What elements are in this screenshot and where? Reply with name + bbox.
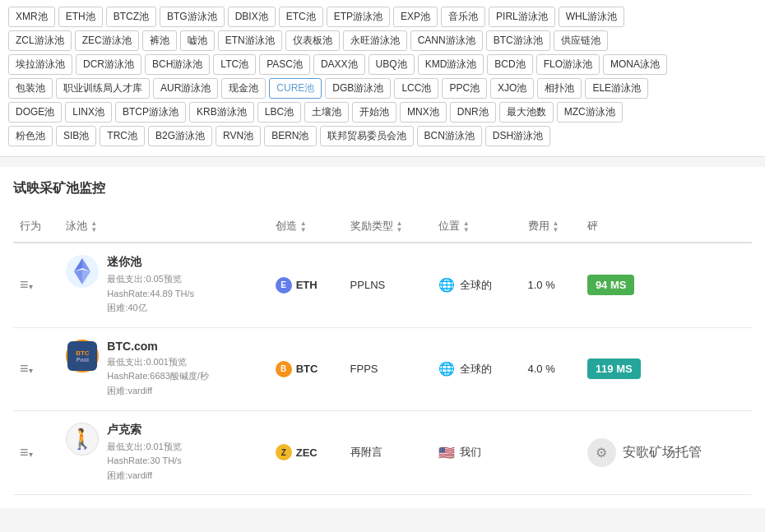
tag-1-4[interactable]: ETN游泳池 (218, 30, 282, 51)
tag-1-7[interactable]: CANN游泳池 (410, 30, 483, 51)
tag-0-8[interactable]: 音乐池 (441, 7, 485, 27)
tag-0-4[interactable]: DBIX池 (228, 7, 276, 27)
tag-2-7[interactable]: KMD游泳池 (418, 54, 484, 75)
svg-marker-3 (74, 270, 82, 285)
table-header: 行为泳池▲▼创造▲▼奖励类型▲▼位置▲▼费用▲▼砰 (13, 210, 752, 243)
tag-1-3[interactable]: 嘘池 (180, 30, 215, 51)
action-cell-0[interactable]: ≡▾ (13, 243, 59, 327)
sort-icon-5[interactable]: ▲▼ (553, 220, 559, 234)
sort-icon-2[interactable]: ▲▼ (300, 220, 307, 234)
tag-3-2[interactable]: AUR游泳池 (153, 78, 218, 99)
tag-0-9[interactable]: PIRL游泳池 (489, 7, 555, 27)
action-cell-1[interactable]: ≡▾ (13, 327, 59, 410)
tag-2-3[interactable]: LTC池 (213, 54, 256, 75)
tag-1-0[interactable]: ZCL游泳池 (8, 30, 72, 51)
sort-icon-3[interactable]: ▲▼ (396, 220, 403, 234)
tag-1-1[interactable]: ZEC游泳池 (75, 30, 139, 51)
tag-4-6[interactable]: 开始池 (352, 102, 396, 123)
tag-4-4[interactable]: LBC池 (257, 102, 301, 123)
tag-1-5[interactable]: 仪表板池 (285, 30, 340, 51)
tag-5-8[interactable]: DSH游泳池 (485, 126, 550, 146)
tag-4-7[interactable]: MNX池 (400, 102, 447, 123)
tag-2-0[interactable]: 埃拉游泳池 (8, 54, 72, 75)
tag-1-6[interactable]: 永旺游泳池 (343, 30, 407, 51)
tag-0-0[interactable]: XMR池 (8, 7, 55, 27)
tag-2-6[interactable]: UBQ池 (369, 54, 415, 75)
pool-cell-2: 🚶卢克索最低支出:0.01预览HashRate:30 TH/s困难:vardif… (59, 410, 268, 495)
tag-2-2[interactable]: BCH游泳池 (145, 54, 210, 75)
tag-0-3[interactable]: BTG游泳池 (160, 7, 225, 27)
tag-4-3[interactable]: KRB游泳池 (189, 102, 254, 123)
th-5[interactable]: 费用▲▼ (522, 210, 581, 243)
tag-3-8[interactable]: XJO池 (490, 78, 534, 99)
fee-cell-1: 4.0 % (522, 327, 581, 410)
svg-marker-2 (82, 270, 90, 285)
tag-3-7[interactable]: PPC池 (442, 78, 487, 99)
tag-5-4[interactable]: RVN池 (216, 126, 261, 146)
tag-3-9[interactable]: 相扑池 (537, 78, 582, 99)
tag-5-3[interactable]: B2G游泳池 (148, 126, 212, 146)
tag-4-10[interactable]: MZC游泳池 (557, 102, 623, 123)
tag-3-3[interactable]: 现金池 (221, 78, 266, 99)
tag-3-5[interactable]: DGB游泳池 (325, 78, 391, 99)
coin-badge-1: BBTC (276, 361, 337, 377)
tag-5-6[interactable]: 联邦贸易委员会池 (320, 126, 414, 146)
tag-3-1[interactable]: 职业训练局人才库 (56, 78, 150, 99)
ms-badge-1: 119 MS (587, 359, 641, 379)
tag-row-5: 粉色池SIB池TRC池B2G游泳池RVN池BERN池联邦贸易委员会池BCN游泳池… (8, 126, 757, 146)
tag-4-2[interactable]: BTCP游泳池 (115, 102, 186, 123)
fee-cell-0: 1.0 % (522, 243, 581, 327)
location-div-2: 🇺🇸我们 (438, 445, 515, 460)
tag-4-1[interactable]: LINX池 (65, 102, 112, 123)
tag-5-1[interactable]: SIB池 (56, 126, 96, 146)
tag-5-7[interactable]: BCN游泳池 (417, 126, 482, 146)
monitor-title: 试映采矿池监控 (13, 180, 752, 197)
tag-0-10[interactable]: WHL游泳池 (559, 7, 625, 27)
tag-2-5[interactable]: DAXX池 (313, 54, 365, 75)
th-1[interactable]: 泳池▲▼ (59, 210, 268, 243)
tag-3-4[interactable]: CURE池 (269, 78, 322, 99)
tag-row-4: DOGE池LINX池BTCP游泳池KRB游泳池LBC池土壤池开始池MNX池DNR… (8, 102, 757, 123)
tag-3-0[interactable]: 包装池 (8, 78, 53, 99)
coin-cell-2: ZZEC (269, 410, 344, 495)
tag-1-9[interactable]: 供应链池 (554, 30, 608, 51)
pool-logo-zec: 🚶 (66, 423, 99, 456)
tag-0-7[interactable]: EXP池 (393, 7, 438, 27)
tag-1-8[interactable]: BTC游泳池 (486, 30, 550, 51)
watermark: ⚙安歌矿场托管 (587, 438, 745, 467)
th-2[interactable]: 创造▲▼ (269, 210, 344, 243)
tag-5-2[interactable]: TRC池 (100, 126, 145, 146)
tag-0-6[interactable]: ETP游泳池 (327, 7, 390, 27)
tag-row-2: 埃拉游泳池DCR游泳池BCH游泳池LTC池PASC池DAXX池UBQ池KMD游泳… (8, 54, 757, 75)
tag-0-5[interactable]: ETC池 (279, 7, 323, 27)
tag-2-8[interactable]: BCD池 (487, 54, 532, 75)
tag-5-5[interactable]: BERN池 (264, 126, 316, 146)
tag-1-2[interactable]: 裤池 (142, 30, 177, 51)
tag-0-2[interactable]: BTCZ池 (106, 7, 156, 27)
th-3[interactable]: 奖励类型▲▼ (344, 210, 432, 243)
pool-logo-eth (66, 255, 99, 288)
tag-3-10[interactable]: ELE游泳池 (585, 78, 648, 99)
location-div-1: 🌐全球的 (438, 361, 515, 377)
action-cell-2[interactable]: ≡▾ (13, 410, 59, 495)
th-0: 行为 (13, 210, 59, 243)
tag-2-10[interactable]: MONA泳池 (603, 54, 667, 75)
sort-icon-4[interactable]: ▲▼ (463, 220, 470, 234)
tag-0-1[interactable]: ETH池 (58, 7, 103, 27)
coin-cell-1: BBTC (269, 327, 344, 410)
tag-2-4[interactable]: PASC池 (259, 54, 310, 75)
tag-4-0[interactable]: DOGE池 (8, 102, 62, 123)
tag-2-1[interactable]: DCR游泳池 (76, 54, 141, 75)
tag-2-9[interactable]: FLO游泳池 (536, 54, 600, 75)
th-4[interactable]: 位置▲▼ (432, 210, 522, 243)
coin-dot-2: Z (276, 444, 292, 460)
tag-3-6[interactable]: LCC池 (394, 78, 438, 99)
tag-4-8[interactable]: DNR池 (450, 102, 496, 123)
tag-section: XMR池ETH池BTCZ池BTG游泳池DBIX池ETC池ETP游泳池EXP池音乐… (0, 0, 765, 157)
sort-icon-1[interactable]: ▲▼ (90, 220, 97, 234)
tag-5-0[interactable]: 粉色池 (8, 126, 53, 146)
tag-4-5[interactable]: 土壤池 (304, 102, 349, 123)
table-row-0: ≡▾ 迷你池最低支出:0.05预览HashRate:44.89 TH/s困难:4… (13, 243, 752, 327)
reward-cell-2: 再附言 (344, 410, 432, 495)
tag-4-9[interactable]: 最大池数 (499, 102, 554, 123)
